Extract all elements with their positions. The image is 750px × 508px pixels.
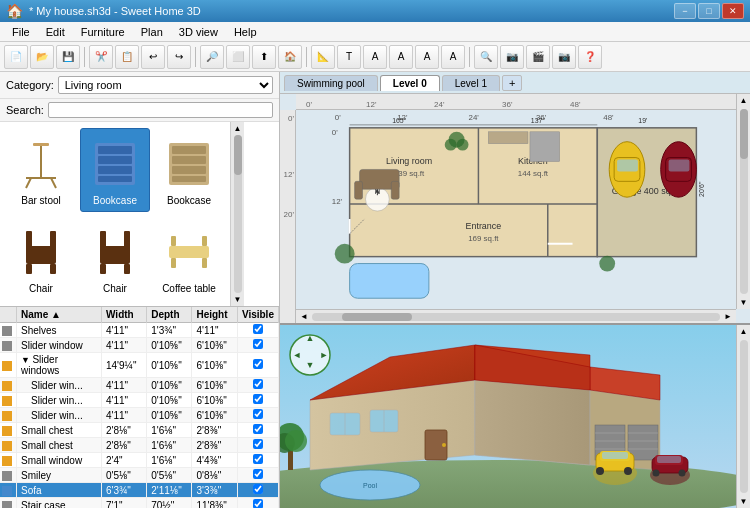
row-visible[interactable] [237, 353, 278, 378]
menu-furniture[interactable]: Furniture [73, 24, 133, 40]
v-scrollbar[interactable]: ▲ ▼ [736, 94, 750, 309]
table-row[interactable]: Slider win...4'11"0'10⅝"6'10⅜" [0, 408, 279, 423]
table-row[interactable]: ▼ Slider windows14'9¼"0'10⅝"6'10⅜" [0, 353, 279, 378]
floorplan-area[interactable]: 0' 12' 24' 36' 48' 0' 12' 20' 0' 12' 24' [280, 94, 750, 323]
furniture-item-chair1[interactable]: Chair [6, 216, 76, 300]
toolbar-btn-record[interactable]: 🎬 [526, 45, 550, 69]
toolbar-btn-zoom[interactable]: 🔍 [474, 45, 498, 69]
toolbar-btn-help[interactable]: ❓ [578, 45, 602, 69]
table-row[interactable]: Small chest2'8⅛"1'6⅛"2'8⅜" [0, 438, 279, 453]
toolbar-btn-underline-text[interactable]: A [441, 45, 465, 69]
visible-checkbox[interactable] [253, 339, 263, 349]
table-row[interactable]: Shelves4'11"1'3¾"4'11" [0, 323, 279, 338]
col-header-visible[interactable]: Visible [237, 307, 278, 323]
furniture-item-bookcase[interactable]: Bookcase [154, 128, 224, 212]
category-select[interactable]: Living room [58, 76, 273, 94]
scroll-right-btn[interactable]: ► [720, 312, 736, 321]
add-tab-button[interactable]: + [502, 75, 522, 91]
row-visible[interactable] [237, 453, 278, 468]
row-visible[interactable] [237, 393, 278, 408]
table-row[interactable]: Smiley0'5⅛"0'5⅛"0'8⅛" [0, 468, 279, 483]
tab-level-0[interactable]: Level 0 [380, 75, 440, 91]
scroll-down-btn2[interactable]: ▼ [738, 296, 750, 309]
toolbar-btn-cut[interactable]: ✂️ [89, 45, 113, 69]
scroll-up-btn2[interactable]: ▲ [738, 94, 750, 107]
menu-plan[interactable]: Plan [133, 24, 171, 40]
table-row[interactable]: Slider window4'11"0'10⅝"6'10⅜" [0, 338, 279, 353]
toolbar-btn-screenshot[interactable]: 📷 [552, 45, 576, 69]
visible-checkbox[interactable] [253, 359, 263, 369]
toolbar-btn-new[interactable]: 📄 [4, 45, 28, 69]
visible-checkbox[interactable] [253, 469, 263, 479]
toolbar-btn-bold-text[interactable]: A [389, 45, 413, 69]
toolbar-btn-dimension[interactable]: 📐 [311, 45, 335, 69]
row-visible[interactable] [237, 378, 278, 393]
row-visible[interactable] [237, 498, 278, 509]
svg-point-110 [679, 470, 686, 477]
furniture-table: Name ▲WidthDepthHeightVisible Shelves4'1… [0, 307, 279, 508]
visible-checkbox[interactable] [253, 394, 263, 404]
row-visible[interactable] [237, 408, 278, 423]
visible-checkbox[interactable] [253, 379, 263, 389]
furniture-item-coffee-table[interactable]: Coffee table [154, 216, 224, 300]
expand-icon[interactable]: ▼ [21, 355, 32, 365]
visible-checkbox[interactable] [253, 439, 263, 449]
3d-scroll-down[interactable]: ▼ [738, 495, 750, 508]
scroll-left-btn[interactable]: ◄ [296, 312, 312, 321]
furniture-item-chair2[interactable]: Chair [80, 216, 150, 300]
toolbar-btn-move-up[interactable]: ⬆ [252, 45, 276, 69]
row-visible[interactable] [237, 338, 278, 353]
table-row[interactable]: Small chest2'8⅛"1'6⅛"2'8⅜" [0, 423, 279, 438]
toolbar-btn-paste[interactable]: 📋 [115, 45, 139, 69]
table-row[interactable]: Stair case7'1"70½"11'8⅜" [0, 498, 279, 509]
toolbar-btn-select[interactable]: ⬜ [226, 45, 250, 69]
menu-3d-view[interactable]: 3D view [171, 24, 226, 40]
visible-checkbox[interactable] [253, 409, 263, 419]
col-header-height[interactable]: Height [192, 307, 238, 323]
h-scrollbar[interactable]: ◄ ► [296, 309, 736, 323]
menu-help[interactable]: Help [226, 24, 265, 40]
toolbar-btn-italic-text[interactable]: A [415, 45, 439, 69]
toolbar-btn-text[interactable]: A [363, 45, 387, 69]
3d-scroll-up[interactable]: ▲ [738, 325, 750, 338]
close-button[interactable]: ✕ [722, 3, 744, 19]
tab-level-1[interactable]: Level 1 [442, 75, 500, 91]
tab-swimming-pool[interactable]: Swimming pool [284, 75, 378, 91]
furniture-item-bookcase-sel[interactable]: Bookcase [80, 128, 150, 212]
furniture-item-bar-stool[interactable]: Bar stool [6, 128, 76, 212]
visible-checkbox[interactable] [253, 484, 263, 494]
toolbar-btn-undo[interactable]: ↩ [141, 45, 165, 69]
toolbar-btn-text-large[interactable]: T [337, 45, 361, 69]
scroll-up-btn[interactable]: ▲ [234, 124, 242, 133]
row-visible[interactable] [237, 438, 278, 453]
scroll-down-btn[interactable]: ▼ [234, 295, 242, 304]
row-visible[interactable] [237, 483, 278, 498]
menu-edit[interactable]: Edit [38, 24, 73, 40]
table-row[interactable]: Slider win...4'11"0'10⅝"6'10⅜" [0, 378, 279, 393]
col-header-width[interactable]: Width [102, 307, 147, 323]
toolbar-btn-redo[interactable]: ↪ [167, 45, 191, 69]
visible-checkbox[interactable] [253, 324, 263, 334]
minimize-button[interactable]: − [674, 3, 696, 19]
maximize-button[interactable]: □ [698, 3, 720, 19]
svg-text:▲: ▲ [306, 333, 315, 343]
toolbar-btn-open[interactable]: 📂 [30, 45, 54, 69]
3d-v-scrollbar[interactable]: ▲ ▼ [736, 325, 750, 508]
visible-checkbox[interactable] [253, 454, 263, 464]
toolbar-btn-add-home[interactable]: 🏠 [278, 45, 302, 69]
col-header-name[interactable]: Name ▲ [17, 307, 102, 323]
row-visible[interactable] [237, 468, 278, 483]
toolbar-btn-zoom-in[interactable]: 🔎 [200, 45, 224, 69]
table-row[interactable]: Slider win...4'11"0'10⅝"6'10⅜" [0, 393, 279, 408]
search-input[interactable] [48, 102, 273, 118]
table-row[interactable]: Sofa6'3¾"2'11⅛"3'3⅜" [0, 483, 279, 498]
toolbar-btn-save[interactable]: 💾 [56, 45, 80, 69]
visible-checkbox[interactable] [253, 424, 263, 434]
toolbar-btn-camera[interactable]: 📷 [500, 45, 524, 69]
row-visible[interactable] [237, 423, 278, 438]
menu-file[interactable]: File [4, 24, 38, 40]
table-row[interactable]: Small window2'4"1'6⅛"4'4⅜" [0, 453, 279, 468]
row-visible[interactable] [237, 323, 278, 338]
col-header-depth[interactable]: Depth [147, 307, 192, 323]
visible-checkbox[interactable] [253, 499, 263, 508]
